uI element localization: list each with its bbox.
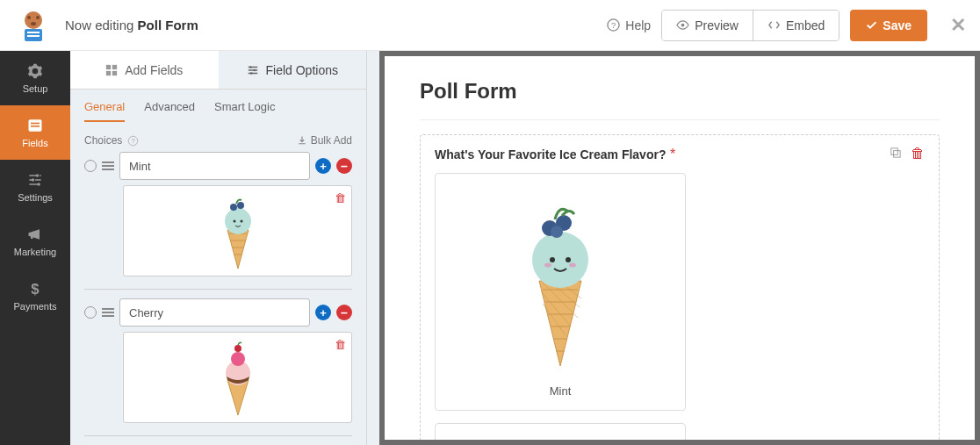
svg-point-2 <box>36 16 40 19</box>
side-nav: Setup Fields Settings Marketing $ Paymen… <box>0 51 70 445</box>
subtab-advanced[interactable]: Advanced <box>144 100 195 122</box>
svg-point-30 <box>237 202 244 209</box>
download-icon <box>297 135 307 146</box>
svg-rect-5 <box>27 32 40 33</box>
svg-point-40 <box>569 263 576 268</box>
nav-marketing[interactable]: Marketing <box>0 214 70 269</box>
tab-add-fields[interactable]: Add Fields <box>70 51 219 89</box>
tab-field-options[interactable]: Field Options <box>219 51 367 89</box>
sliders-icon <box>26 171 44 189</box>
svg-point-33 <box>234 345 241 352</box>
nav-settings[interactable]: Settings <box>0 160 70 214</box>
svg-point-14 <box>32 178 34 181</box>
choice-image-preview[interactable]: 🗑 <box>123 185 352 276</box>
mint-cone-icon <box>508 195 613 370</box>
svg-rect-18 <box>112 64 117 68</box>
sub-tabs: General Advanced Smart Logic <box>70 90 366 122</box>
choice-list: + – 🗑 + <box>70 152 366 445</box>
delete-field-icon[interactable]: 🗑 <box>911 146 925 162</box>
remove-choice-button[interactable]: – <box>336 305 352 320</box>
svg-point-38 <box>566 257 571 262</box>
bulk-add-link[interactable]: Bulk Add <box>297 134 352 147</box>
panel-tabs: Add Fields Field Options <box>70 51 366 90</box>
choice-input[interactable] <box>119 152 310 180</box>
svg-point-15 <box>38 183 40 185</box>
form-icon <box>26 117 44 134</box>
svg-text:?: ? <box>611 21 616 30</box>
check-icon <box>866 19 877 31</box>
remove-choice-button[interactable]: – <box>336 158 352 174</box>
top-bar: Now editing Poll Form ? Help Preview Emb… <box>0 0 980 51</box>
option-card[interactable]: Mint <box>435 173 686 411</box>
trash-icon[interactable]: 🗑 <box>335 191 346 205</box>
megaphone-icon <box>26 226 44 243</box>
field-label: What's Your Favorite Ice Cream Flavor? <box>435 147 666 161</box>
gear-icon <box>26 62 44 80</box>
add-choice-button[interactable]: + <box>315 305 331 320</box>
svg-point-3 <box>31 22 36 25</box>
choice-row: + – <box>84 152 352 180</box>
nav-fields[interactable]: Fields <box>0 105 70 160</box>
eye-icon <box>676 18 689 32</box>
choice-input[interactable] <box>119 298 310 327</box>
svg-point-1 <box>27 16 31 19</box>
subtab-general[interactable]: General <box>84 100 125 122</box>
choice-image-preview[interactable]: 🗑 <box>123 332 352 423</box>
option-card[interactable]: Cherry <box>435 423 686 440</box>
subtab-smart-logic[interactable]: Smart Logic <box>214 100 275 122</box>
close-button[interactable]: ✕ <box>950 14 966 37</box>
drag-handle[interactable] <box>102 161 114 170</box>
svg-point-13 <box>36 174 39 176</box>
svg-point-29 <box>230 204 237 211</box>
nav-setup[interactable]: Setup <box>0 51 70 105</box>
help-icon: ? <box>607 18 620 32</box>
duplicate-icon[interactable] <box>889 146 902 162</box>
help-icon[interactable]: ? <box>127 135 139 147</box>
svg-point-22 <box>253 68 256 71</box>
svg-rect-34 <box>891 148 898 155</box>
panel-scrollbar[interactable] <box>367 51 379 445</box>
svg-rect-12 <box>31 126 40 127</box>
preview-embed-group: Preview Embed <box>661 10 839 41</box>
choices-header: Choices ? Bulk Add <box>70 122 366 152</box>
save-button[interactable]: Save <box>850 10 927 41</box>
page-title: Now editing Poll Form <box>65 18 607 32</box>
svg-point-43 <box>551 226 563 238</box>
nav-payments[interactable]: $ Payments <box>0 269 70 323</box>
field-block[interactable]: What's Your Favorite Ice Cream Flavor? *… <box>420 134 940 440</box>
svg-point-36 <box>532 232 588 288</box>
svg-point-39 <box>544 263 551 268</box>
form-title: Poll Form <box>420 79 940 104</box>
svg-text:?: ? <box>132 136 135 144</box>
required-marker: * <box>670 147 675 161</box>
svg-point-21 <box>249 66 252 68</box>
top-actions: ? Help Preview Embed Save ✕ <box>607 10 966 41</box>
choice-row: + – <box>84 298 352 327</box>
svg-rect-35 <box>894 151 901 158</box>
svg-rect-11 <box>31 123 40 125</box>
svg-point-23 <box>249 72 252 75</box>
svg-rect-17 <box>106 64 111 68</box>
svg-point-32 <box>231 352 245 366</box>
trash-icon[interactable]: 🗑 <box>335 338 346 351</box>
form-preview: Poll Form What's Your Favorite Ice Cream… <box>385 56 975 440</box>
radio-default[interactable] <box>84 160 97 172</box>
add-choice-button[interactable]: + <box>315 158 331 174</box>
grid-icon <box>105 64 118 76</box>
svg-point-27 <box>233 220 235 223</box>
radio-default[interactable] <box>84 306 97 319</box>
svg-rect-20 <box>112 70 117 75</box>
field-panel: Add Fields Field Options General Advance… <box>70 51 367 445</box>
svg-point-28 <box>240 220 242 223</box>
svg-rect-19 <box>106 70 111 75</box>
embed-button[interactable]: Embed <box>753 11 839 40</box>
help-link[interactable]: ? Help <box>607 18 651 32</box>
form-canvas: Poll Form What's Your Favorite Ice Cream… <box>379 51 980 445</box>
options-icon <box>247 64 259 76</box>
svg-point-9 <box>681 24 685 27</box>
preview-button[interactable]: Preview <box>662 11 753 40</box>
drag-handle[interactable] <box>102 308 114 317</box>
svg-rect-6 <box>27 35 40 37</box>
svg-text:$: $ <box>31 281 40 298</box>
app-logo <box>14 6 53 45</box>
